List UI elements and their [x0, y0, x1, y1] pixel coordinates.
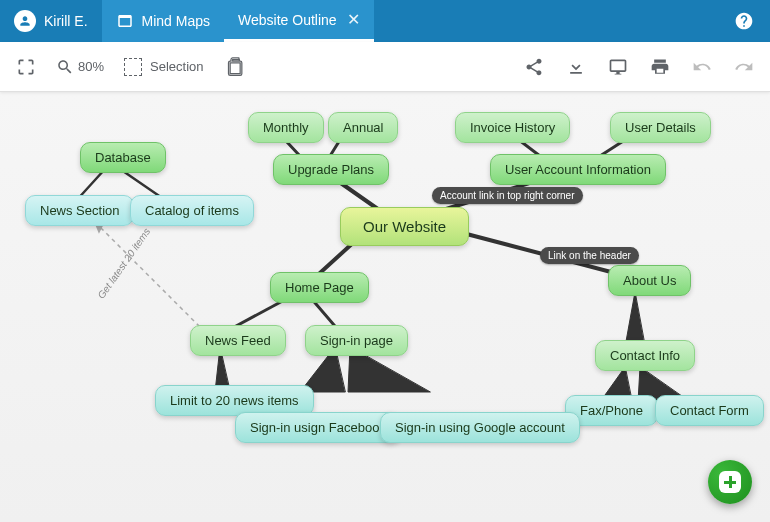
edge-label-get20: Get latest 20 items	[95, 226, 152, 301]
download-button[interactable]	[558, 49, 594, 85]
share-icon	[524, 57, 544, 77]
print-icon	[650, 57, 670, 77]
node-news-feed[interactable]: News Feed	[190, 325, 286, 356]
plus-icon	[719, 471, 741, 493]
node-annual[interactable]: Annual	[328, 112, 398, 143]
node-user-account-info[interactable]: User Account Information	[490, 154, 666, 185]
node-monthly[interactable]: Monthly	[248, 112, 324, 143]
node-signin-google[interactable]: Sign-in using Google account	[380, 412, 580, 443]
library-tab[interactable]: Mind Maps	[102, 0, 224, 42]
redo-button[interactable]	[726, 49, 762, 85]
library-tab-label: Mind Maps	[142, 13, 210, 29]
undo-icon	[692, 57, 712, 77]
toolbar: 80% Selection	[0, 42, 770, 92]
present-button[interactable]	[600, 49, 636, 85]
node-signin-facebook[interactable]: Sign-in usign Facebook	[235, 412, 401, 443]
user-menu[interactable]: Kirill E.	[0, 0, 102, 42]
help-button[interactable]	[718, 0, 770, 42]
share-button[interactable]	[516, 49, 552, 85]
zoom-icon	[56, 58, 74, 76]
svg-marker-13	[625, 292, 645, 347]
close-icon[interactable]: ✕	[347, 10, 360, 29]
node-contact-info[interactable]: Contact Info	[595, 340, 695, 371]
selection-icon	[124, 58, 142, 76]
user-name: Kirill E.	[44, 13, 88, 29]
selection-tool[interactable]: Selection	[116, 58, 211, 76]
document-tab-label: Website Outline	[238, 12, 337, 28]
node-home-page[interactable]: Home Page	[270, 272, 369, 303]
monitor-icon	[608, 57, 628, 77]
help-icon	[734, 11, 754, 31]
node-catalog[interactable]: Catalog of items	[130, 195, 254, 226]
clipboard-button[interactable]	[218, 49, 254, 85]
node-invoice-history[interactable]: Invoice History	[455, 112, 570, 143]
user-icon	[14, 10, 36, 32]
node-root[interactable]: Our Website	[340, 207, 469, 246]
zoom-control[interactable]: 80%	[50, 58, 110, 76]
clipboard-icon	[226, 57, 246, 77]
print-button[interactable]	[642, 49, 678, 85]
edge-badge-header[interactable]: Link on the header	[540, 247, 639, 264]
node-news-section[interactable]: News Section	[25, 195, 134, 226]
title-bar: Kirill E. Mind Maps Website Outline ✕	[0, 0, 770, 42]
mindmap-canvas[interactable]: Database News Section Catalog of items M…	[0, 92, 770, 522]
node-user-details[interactable]: User Details	[610, 112, 711, 143]
zoom-value: 80%	[78, 59, 104, 74]
node-signin-page[interactable]: Sign-in page	[305, 325, 408, 356]
fit-screen-button[interactable]	[8, 49, 44, 85]
node-about-us[interactable]: About Us	[608, 265, 691, 296]
edge-badge-account[interactable]: Account link in top right corner	[432, 187, 583, 204]
node-database[interactable]: Database	[80, 142, 166, 173]
add-node-fab[interactable]	[708, 460, 752, 504]
redo-icon	[734, 57, 754, 77]
download-icon	[566, 57, 586, 77]
folder-icon	[116, 12, 134, 30]
selection-label: Selection	[150, 59, 203, 74]
document-tab[interactable]: Website Outline ✕	[224, 0, 374, 42]
node-contact-form[interactable]: Contact Form	[655, 395, 764, 426]
node-upgrade-plans[interactable]: Upgrade Plans	[273, 154, 389, 185]
undo-button[interactable]	[684, 49, 720, 85]
fit-icon	[16, 57, 36, 77]
